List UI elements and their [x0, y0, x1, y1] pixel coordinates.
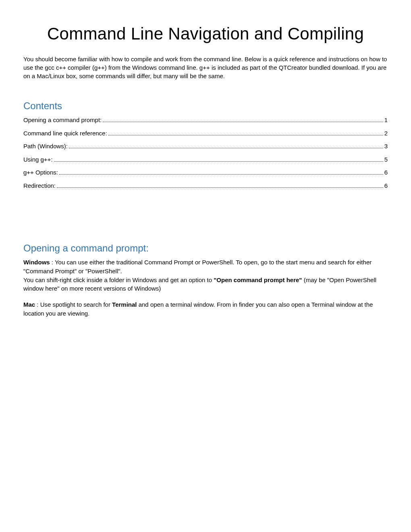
- windows-paragraph: Windows : You can use either the traditi…: [23, 258, 388, 293]
- toc-leader-dots: [69, 148, 383, 148]
- toc-entry[interactable]: Path (Windows): 3: [23, 142, 388, 151]
- toc-page-number: 6: [384, 181, 388, 191]
- toc-label: Using g++:: [23, 155, 53, 164]
- toc-label: Path (Windows):: [23, 142, 68, 151]
- toc-page-number: 3: [384, 142, 388, 151]
- windows-text-1: : You can use either the traditional Com…: [23, 259, 372, 274]
- table-of-contents: Opening a command prompt: 1 Command line…: [23, 116, 388, 190]
- toc-leader-dots: [59, 174, 383, 175]
- toc-entry[interactable]: Command line quick reference: 2: [23, 129, 388, 138]
- toc-page-number: 6: [384, 168, 388, 177]
- mac-label: Mac: [23, 301, 35, 308]
- windows-label: Windows: [23, 259, 50, 266]
- windows-open-prompt-bold: "Open command prompt here": [214, 276, 302, 283]
- contents-heading: Contents: [23, 100, 388, 112]
- toc-label: Opening a command prompt:: [23, 116, 102, 125]
- toc-entry[interactable]: g++ Options: 6: [23, 168, 388, 177]
- toc-page-number: 2: [384, 129, 388, 138]
- toc-leader-dots: [108, 135, 383, 135]
- toc-leader-dots: [103, 122, 383, 122]
- mac-terminal-bold: Terminal: [112, 301, 137, 308]
- toc-label: Command line quick reference:: [23, 129, 107, 138]
- toc-page-number: 5: [384, 155, 388, 164]
- toc-entry[interactable]: Opening a command prompt: 1: [23, 116, 388, 125]
- toc-label: g++ Options:: [23, 168, 58, 177]
- section-heading-opening-prompt: Opening a command prompt:: [23, 243, 388, 254]
- mac-text-1: : Use spotlight to search for: [35, 301, 112, 308]
- toc-entry[interactable]: Redirection: 6: [23, 181, 388, 191]
- intro-paragraph: You should become familiar with how to c…: [23, 55, 388, 80]
- toc-entry[interactable]: Using g++: 5: [23, 155, 388, 164]
- toc-label: Redirection:: [23, 181, 56, 191]
- toc-page-number: 1: [384, 116, 388, 125]
- page-title: Command Line Navigation and Compiling: [23, 24, 388, 44]
- toc-leader-dots: [57, 187, 383, 188]
- mac-paragraph: Mac : Use spotlight to search for Termin…: [23, 300, 388, 318]
- windows-text-2a: You can shift-right click inside a folde…: [23, 276, 214, 283]
- toc-leader-dots: [54, 161, 383, 162]
